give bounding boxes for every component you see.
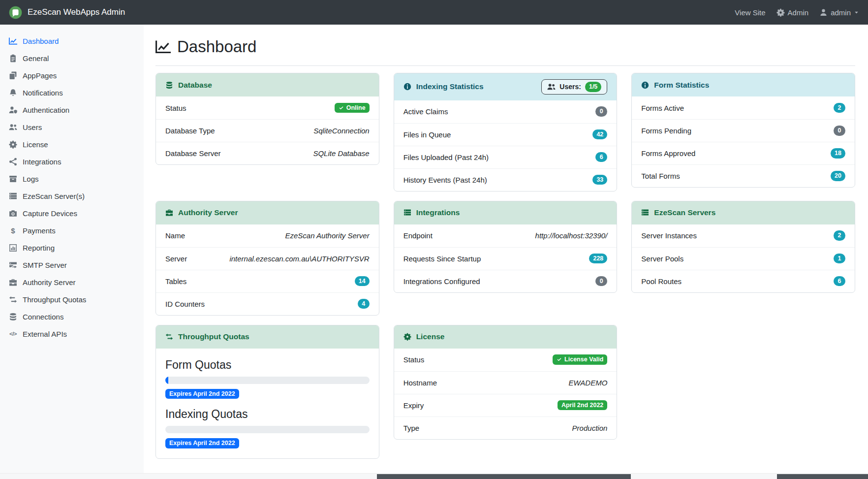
- dashboard-cards-grid: Database Status Online Database Type Sql…: [155, 73, 855, 459]
- app-logo-icon: [9, 6, 22, 19]
- table-row: Files Uploaded (Past 24h) 6: [394, 146, 617, 168]
- indexing-quotas-progressbar: [165, 426, 370, 433]
- sidebar-item-reporting[interactable]: Reporting: [0, 239, 144, 256]
- sidebar-item-users[interactable]: Users: [0, 119, 144, 136]
- gear-icon: [776, 8, 785, 17]
- admin-link[interactable]: Admin: [776, 8, 809, 17]
- table-row: History Events (Past 24h) 33: [394, 168, 617, 191]
- table-row: Pool Routes 6: [632, 270, 855, 292]
- users-count-button[interactable]: Users: 1/5: [541, 79, 607, 95]
- license-card-header: License: [394, 325, 617, 349]
- camera-icon: [9, 209, 17, 218]
- sidebar-item-apppages[interactable]: AppPages: [0, 67, 144, 84]
- table-row: Hostname EWADEMO: [394, 371, 617, 394]
- title-divider: [155, 65, 855, 66]
- form-statistics-card-header: Form Statistics: [632, 73, 855, 96]
- ezescan-servers-card-header: EzeScan Servers: [632, 201, 855, 224]
- dollar-icon: $: [9, 226, 17, 235]
- users-icon: [547, 83, 556, 91]
- bell-icon: [9, 89, 17, 97]
- server-icon: [9, 192, 17, 200]
- table-row: Status Online: [156, 96, 379, 119]
- sidebar-item-label: Integrations: [23, 158, 61, 166]
- horizontal-scrollbar: [0, 473, 868, 479]
- sidebar-item-payments[interactable]: $ Payments: [0, 222, 144, 239]
- sidebar-item-label: Reporting: [23, 244, 55, 252]
- count-badge: 0: [595, 106, 607, 117]
- sidebar-item-external-apis[interactable]: </> External APIs: [0, 325, 144, 343]
- mail-server-icon: [9, 261, 17, 269]
- sidebar-item-label: Connections: [23, 313, 63, 321]
- share-nodes-icon: [9, 158, 17, 166]
- scrollbar-thumb[interactable]: [377, 474, 631, 479]
- count-badge: 42: [592, 129, 607, 140]
- user-menu[interactable]: admin: [819, 8, 859, 17]
- info-circle-icon: [641, 81, 649, 89]
- sidebar-item-ezescan-servers[interactable]: EzeScan Server(s): [0, 188, 144, 205]
- table-row: Endpoint http://localhost:32390/: [394, 224, 617, 247]
- clipboard-icon: [9, 54, 17, 63]
- sidebar-item-label: Users: [23, 123, 42, 131]
- table-row: Server Instances 2: [632, 224, 855, 247]
- sidebar-item-capture-devices[interactable]: Capture Devices: [0, 205, 144, 222]
- navbar-links: View Site Admin admin: [735, 8, 859, 17]
- table-row: Status License Valid: [394, 349, 617, 371]
- sidebar-item-label: EzeScan Server(s): [23, 192, 85, 200]
- indexing-statistics-card: Indexing Statistics Users: 1/5 Active Cl…: [394, 73, 618, 192]
- app-brand[interactable]: EzeScan WebApps Admin: [9, 6, 125, 19]
- sidebar-item-label: Notifications: [23, 89, 63, 97]
- license-valid-badge: License Valid: [553, 354, 607, 365]
- archive-box-icon: [9, 175, 17, 183]
- ezescan-servers-card: EzeScan Servers Server Instances 2 Serve…: [631, 201, 855, 293]
- count-badge: 4: [358, 299, 370, 309]
- throughput-quotas-card-header: Throughput Quotas: [156, 325, 379, 349]
- app-title: EzeScan WebApps Admin: [28, 7, 125, 17]
- indexing-quotas-heading: Indexing Quotas: [165, 408, 370, 421]
- table-row: Integrations Configured 0: [394, 270, 617, 292]
- chart-bar-icon: [9, 244, 17, 252]
- count-badge: 33: [592, 175, 607, 185]
- count-badge: 6: [595, 152, 607, 162]
- form-quotas-progressbar: [165, 377, 370, 384]
- user-shield-icon: [9, 106, 17, 114]
- page-title: Dashboard: [155, 37, 855, 56]
- database-icon: [9, 313, 17, 321]
- sidebar-item-authentication[interactable]: Authentication: [0, 101, 144, 119]
- chart-line-icon: [155, 39, 171, 55]
- sidebar-item-notifications[interactable]: Notifications: [0, 84, 144, 101]
- database-card: Database Status Online Database Type Sql…: [155, 73, 379, 165]
- sidebar-item-logs[interactable]: Logs: [0, 170, 144, 188]
- throughput-quotas-card: Throughput Quotas Form Quotas Expires Ap…: [155, 325, 379, 459]
- sidebar-item-label: Authority Server: [23, 278, 76, 287]
- sidebar-item-label: External APIs: [23, 330, 67, 338]
- exchange-arrows-icon: [165, 333, 173, 341]
- count-badge: 14: [355, 276, 370, 287]
- authority-server-card: Authority Server Name EzeScan Authority …: [155, 201, 379, 316]
- sidebar-item-general[interactable]: General: [0, 50, 144, 67]
- sidebar-item-connections[interactable]: Connections: [0, 308, 144, 325]
- sidebar-item-integrations[interactable]: Integrations: [0, 153, 144, 170]
- count-badge: 2: [834, 230, 845, 241]
- pages-icon: [9, 71, 17, 80]
- server-icon: [641, 209, 649, 217]
- sidebar-item-smtp-server[interactable]: SMTP Server: [0, 256, 144, 274]
- top-navbar: EzeScan WebApps Admin View Site Admin ad…: [0, 0, 868, 25]
- table-row: Files in Queue 42: [394, 123, 617, 146]
- table-row: Type Production: [394, 416, 617, 439]
- sidebar-item-label: AppPages: [23, 71, 57, 80]
- view-site-link[interactable]: View Site: [735, 8, 765, 17]
- main-content: Dashboard Database Status Online Databas…: [144, 25, 868, 479]
- sidebar-item-authority-server[interactable]: Authority Server: [0, 274, 144, 291]
- count-badge: 1: [834, 254, 845, 264]
- check-icon: [557, 357, 562, 362]
- form-statistics-card: Form Statistics Forms Active 2 Forms Pen…: [631, 73, 855, 188]
- count-badge: 6: [834, 276, 845, 287]
- count-badge: 2: [834, 103, 845, 113]
- sidebar-item-throughput-quotas[interactable]: Throughput Quotas: [0, 291, 144, 308]
- chevron-down-icon: [854, 10, 859, 15]
- indexing-quotas-section: Indexing Quotas Expires April 2nd 2022: [165, 408, 370, 448]
- license-card: License Status License Valid Hostname EW…: [394, 325, 618, 440]
- expiry-badge: Expires April 2nd 2022: [165, 389, 239, 399]
- sidebar-item-dashboard[interactable]: Dashboard: [0, 32, 144, 50]
- sidebar-item-license[interactable]: License: [0, 136, 144, 153]
